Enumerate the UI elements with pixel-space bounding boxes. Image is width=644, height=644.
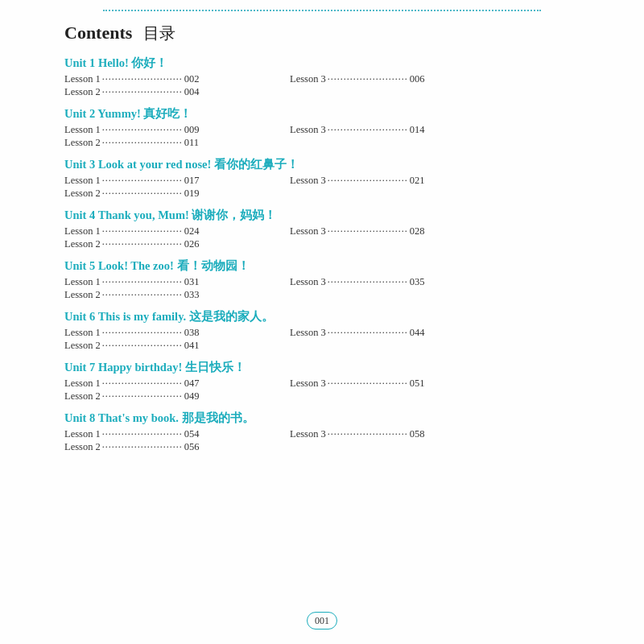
page: Contents 目录 Unit 1 Hello! 你好！Lesson 1 ··… [0, 0, 644, 644]
lesson-item: Lesson 1 ························· 031 [64, 276, 290, 288]
lesson-page: 033 [184, 289, 200, 301]
unit-1-row2: Lesson 2 ························· 004 [64, 86, 580, 98]
lesson-page: 002 [184, 73, 200, 85]
unit-6-row1: Lesson 1 ························· 038Le… [64, 327, 580, 339]
lesson-label: Lesson 1 [64, 124, 101, 136]
lesson-item: Lesson 1 ························· 038 [64, 327, 290, 339]
lesson-page: 056 [184, 441, 200, 453]
lesson-label: Lesson 3 [290, 73, 326, 85]
lesson-page: 038 [184, 327, 200, 339]
lesson-dots: ························· [102, 390, 183, 402]
lesson-page: 054 [184, 428, 200, 440]
unit-7-title: Unit 7 Happy birthday! 生日快乐！ [64, 360, 580, 375]
contents-title-zh: 目录 [143, 24, 175, 42]
unit-4-row2: Lesson 2 ························· 026 [64, 238, 580, 250]
unit-3: Unit 3 Look at your red nose! 看你的红鼻子！Les… [64, 157, 580, 200]
lesson-page: 004 [184, 86, 200, 98]
unit-2-row1: Lesson 1 ························· 009Le… [64, 124, 580, 136]
lesson-item: Lesson 3 ························· 014 [290, 124, 515, 136]
lesson-label: Lesson 3 [290, 378, 326, 390]
lesson-label: Lesson 1 [64, 327, 101, 339]
lesson-page: 051 [410, 378, 425, 390]
lesson-dots: ························· [102, 340, 183, 352]
unit-5-title: Unit 5 Look! The zoo! 看！动物园！ [64, 258, 580, 274]
unit-8-row2: Lesson 2 ························· 056 [64, 441, 580, 453]
lesson-label: Lesson 3 [290, 276, 326, 288]
unit-6-title: Unit 6 This is my family. 这是我的家人。 [64, 309, 580, 324]
unit-2-title: Unit 2 Yummy! 真好吃！ [64, 106, 580, 122]
lesson-item: Lesson 3 ························· 051 [290, 378, 515, 390]
lesson-page: 026 [184, 238, 200, 250]
unit-4-title: Unit 4 Thank you, Mum! 谢谢你，妈妈！ [64, 208, 580, 223]
lesson-dots: ························· [328, 327, 408, 339]
lesson-item: Lesson 1 ························· 054 [64, 428, 290, 440]
lesson-item: Lesson 2 ························· 011 [64, 137, 290, 149]
lesson-dots: ························· [102, 378, 183, 390]
lesson-dots: ························· [102, 225, 183, 237]
unit-3-row1: Lesson 1 ························· 017Le… [64, 175, 580, 187]
contents-header: Contents 目录 [64, 23, 580, 44]
unit-1: Unit 1 Hello! 你好！Lesson 1 ··············… [64, 56, 580, 98]
lesson-dots: ························· [328, 73, 408, 85]
unit-7: Unit 7 Happy birthday! 生日快乐！Lesson 1 ···… [64, 360, 580, 402]
unit-5-row2: Lesson 2 ························· 033 [64, 289, 580, 301]
lesson-item: Lesson 1 ························· 017 [64, 175, 290, 187]
lesson-dots: ························· [102, 327, 183, 339]
lesson-label: Lesson 2 [64, 441, 101, 453]
unit-6: Unit 6 This is my family. 这是我的家人。Lesson … [64, 309, 580, 352]
lesson-page: 024 [184, 225, 200, 237]
lesson-item: Lesson 2 ························· 049 [64, 390, 290, 402]
lesson-dots: ························· [328, 225, 408, 237]
lesson-dots: ························· [102, 137, 183, 149]
lesson-label: Lesson 3 [290, 428, 326, 440]
lesson-item: Lesson 1 ························· 047 [64, 378, 290, 390]
unit-2-row2: Lesson 2 ························· 011 [64, 137, 580, 149]
lesson-dots: ························· [102, 73, 183, 85]
lesson-label: Lesson 3 [290, 327, 326, 339]
lesson-dots: ························· [102, 86, 183, 98]
unit-2: Unit 2 Yummy! 真好吃！Lesson 1 ·············… [64, 106, 580, 149]
top-decoration [64, 0, 580, 14]
lesson-page: 019 [184, 188, 200, 200]
lesson-label: Lesson 2 [64, 289, 101, 301]
lesson-label: Lesson 1 [64, 175, 101, 187]
lesson-dots: ························· [102, 238, 183, 250]
lesson-dots: ························· [102, 276, 183, 288]
lesson-label: Lesson 2 [64, 188, 101, 200]
lesson-dots: ························· [102, 289, 183, 301]
unit-7-row2: Lesson 2 ························· 049 [64, 390, 580, 402]
unit-8: Unit 8 That's my book. 那是我的书。Lesson 1 ··… [64, 411, 580, 453]
lesson-page: 044 [410, 327, 425, 339]
lesson-dots: ························· [328, 428, 408, 440]
lesson-dots: ························· [102, 124, 183, 136]
lesson-page: 031 [184, 276, 200, 288]
lesson-label: Lesson 3 [290, 124, 326, 136]
lesson-item: Lesson 2 ························· 004 [64, 86, 290, 98]
unit-7-row1: Lesson 1 ························· 047Le… [64, 378, 580, 390]
unit-8-row1: Lesson 1 ························· 054Le… [64, 428, 580, 440]
lesson-dots: ························· [328, 175, 408, 187]
lesson-label: Lesson 3 [290, 225, 326, 237]
lesson-page: 035 [410, 276, 425, 288]
lesson-page: 017 [184, 175, 200, 187]
lesson-item: Lesson 2 ························· 033 [64, 289, 290, 301]
unit-8-title: Unit 8 That's my book. 那是我的书。 [64, 411, 580, 426]
unit-5-row1: Lesson 1 ························· 031Le… [64, 276, 580, 288]
units-container: Unit 1 Hello! 你好！Lesson 1 ··············… [64, 56, 580, 453]
lesson-item: Lesson 3 ························· 028 [290, 225, 515, 237]
lesson-page: 014 [410, 124, 425, 136]
lesson-item: Lesson 2 ························· 041 [64, 340, 290, 352]
lesson-label: Lesson 1 [64, 225, 101, 237]
lesson-label: Lesson 1 [64, 276, 101, 288]
lesson-dots: ························· [328, 276, 408, 288]
lesson-item: Lesson 3 ························· 058 [290, 428, 515, 440]
lesson-page: 047 [184, 378, 200, 390]
unit-4: Unit 4 Thank you, Mum! 谢谢你，妈妈！Lesson 1 ·… [64, 208, 580, 250]
lesson-item: Lesson 2 ························· 026 [64, 238, 290, 250]
lesson-item: Lesson 1 ························· 009 [64, 124, 290, 136]
lesson-dots: ························· [102, 188, 183, 200]
lesson-label: Lesson 2 [64, 390, 101, 402]
lesson-label: Lesson 1 [64, 378, 101, 390]
lesson-dots: ························· [328, 378, 408, 390]
unit-3-row2: Lesson 2 ························· 019 [64, 188, 580, 200]
